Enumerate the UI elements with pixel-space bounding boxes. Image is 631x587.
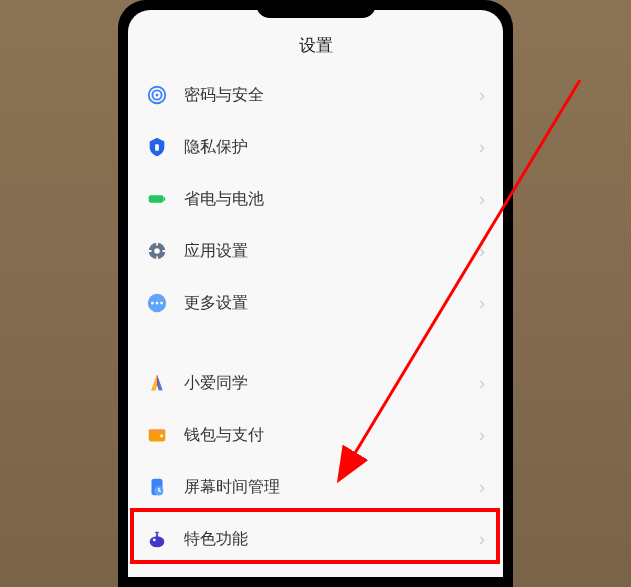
- chevron-right-icon: ›: [479, 85, 485, 106]
- chevron-right-icon: ›: [479, 425, 485, 446]
- svg-point-23: [150, 536, 165, 547]
- item-label: 应用设置: [184, 241, 479, 262]
- svg-rect-17: [149, 430, 166, 434]
- battery-icon: [146, 188, 168, 210]
- svg-point-14: [156, 302, 159, 305]
- item-password-security[interactable]: 密码与安全 ›: [146, 69, 485, 121]
- item-label: 密码与安全: [184, 85, 479, 106]
- chevron-right-icon: ›: [479, 373, 485, 394]
- phone-notch: [256, 0, 376, 18]
- chevron-right-icon: ›: [479, 137, 485, 158]
- item-app-settings[interactable]: 应用设置 ›: [146, 225, 485, 277]
- item-label: 钱包与支付: [184, 425, 479, 446]
- item-label: 隐私保护: [184, 137, 479, 158]
- item-label: 小爱同学: [184, 373, 479, 394]
- group-gap: [146, 329, 485, 357]
- chevron-right-icon: ›: [479, 293, 485, 314]
- item-more-settings[interactable]: 更多设置 ›: [146, 277, 485, 329]
- svg-point-18: [160, 435, 163, 438]
- chevron-right-icon: ›: [479, 241, 485, 262]
- item-privacy-protection[interactable]: 隐私保护 ›: [146, 121, 485, 173]
- svg-rect-25: [156, 534, 158, 538]
- item-label: 特色功能: [184, 529, 479, 550]
- svg-point-7: [154, 248, 160, 254]
- svg-rect-3: [155, 144, 159, 150]
- wallet-icon: [146, 424, 168, 446]
- svg-point-15: [160, 302, 163, 305]
- svg-point-2: [156, 94, 159, 97]
- item-battery[interactable]: 省电与电池 ›: [146, 173, 485, 225]
- page-title: 设置: [128, 10, 503, 69]
- svg-line-22: [159, 491, 161, 492]
- item-xiaoai[interactable]: 小爱同学 ›: [146, 357, 485, 409]
- dots-icon: [146, 292, 168, 314]
- item-label: 屏幕时间管理: [184, 477, 479, 498]
- chevron-right-icon: ›: [479, 529, 485, 550]
- item-label: 省电与电池: [184, 189, 479, 210]
- item-screen-time[interactable]: 屏幕时间管理 ›: [146, 461, 485, 513]
- svg-rect-4: [149, 195, 164, 202]
- svg-rect-24: [155, 532, 159, 534]
- item-wallet-pay[interactable]: 钱包与支付 ›: [146, 409, 485, 461]
- phone-frame: 设置 密码与安全 › 隐私保护 › 省电与电池: [118, 0, 513, 587]
- gear-icon: [146, 240, 168, 262]
- feature-icon: [146, 528, 168, 550]
- shield-icon: [146, 136, 168, 158]
- item-special-features[interactable]: 特色功能 ›: [146, 513, 485, 565]
- fingerprint-icon: [146, 84, 168, 106]
- xiaoai-icon: [146, 372, 168, 394]
- screentime-icon: [146, 476, 168, 498]
- chevron-right-icon: ›: [479, 189, 485, 210]
- item-label: 更多设置: [184, 293, 479, 314]
- settings-list: 密码与安全 › 隐私保护 › 省电与电池 ›: [128, 69, 503, 565]
- svg-rect-5: [163, 197, 165, 201]
- chevron-right-icon: ›: [479, 477, 485, 498]
- settings-screen: 设置 密码与安全 › 隐私保护 › 省电与电池: [128, 10, 503, 577]
- svg-point-13: [151, 302, 154, 305]
- svg-point-26: [153, 539, 156, 542]
